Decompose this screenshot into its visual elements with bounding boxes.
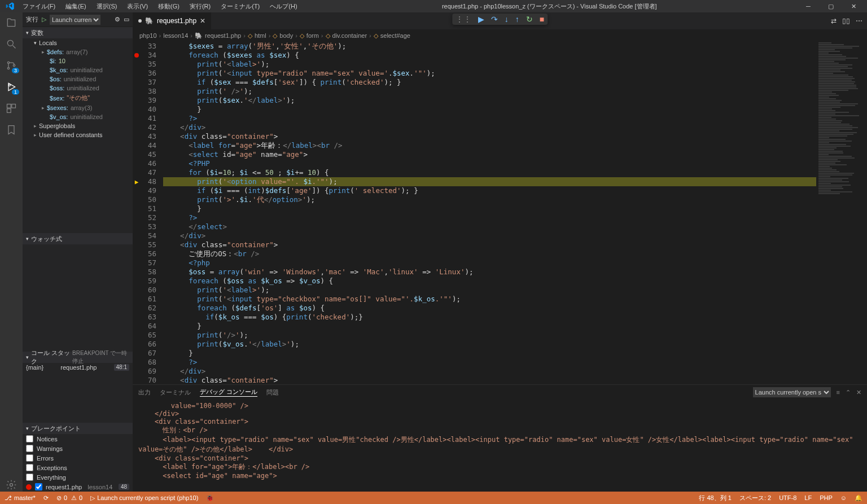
- menu-help[interactable]: ヘルプ(H): [265, 1, 301, 12]
- compare-icon[interactable]: ⇄: [831, 17, 837, 25]
- stop-icon[interactable]: ■: [540, 15, 544, 24]
- debug-toolbar: ⋮⋮ ▶ ↷ ↓ ↑ ↻ ■: [452, 14, 548, 25]
- svg-point-2: [7, 62, 9, 63]
- branch-status[interactable]: ⎇ master*: [5, 494, 36, 502]
- search-icon[interactable]: [5, 37, 18, 51]
- menu-go[interactable]: 移動(G): [154, 1, 184, 12]
- userconst-node[interactable]: ▸User defined constants: [23, 130, 133, 139]
- more-icon[interactable]: ⋯: [856, 17, 862, 25]
- debug-indicator-icon[interactable]: 🐞: [206, 494, 214, 502]
- svg-point-10: [10, 484, 13, 487]
- cursor-position[interactable]: 行 48、列 1: [699, 494, 731, 502]
- panel-launcher-select[interactable]: Launch currently open s: [753, 387, 831, 397]
- code-editor[interactable]: ▶ 33343536373839404142434445464748495051…: [133, 42, 867, 384]
- scm-icon[interactable]: 3: [5, 59, 18, 72]
- bp-notices[interactable]: Notices: [23, 434, 133, 444]
- line-number-gutter: 3334353637383940414243444546474849505152…: [141, 42, 163, 384]
- problems-status[interactable]: ⊘ 0 ⚠ 0: [56, 494, 82, 502]
- callstack-frame[interactable]: {main} request1.php 48:1: [23, 363, 133, 372]
- explorer-icon[interactable]: [5, 16, 18, 29]
- breadcrumbs[interactable]: php10› lesson14› 🐘request1.php› ◇html› ◇…: [133, 29, 867, 42]
- code-content[interactable]: $sexes = array('男性','女性','その他'); foreach…: [163, 42, 816, 384]
- notifications-icon[interactable]: 🔔: [855, 494, 862, 502]
- bookmark-icon[interactable]: [5, 123, 18, 137]
- tab-label: request1.php: [157, 17, 196, 25]
- var-v-os[interactable]: $v_os: uninitialized: [23, 112, 133, 121]
- restart-icon[interactable]: ↻: [526, 15, 533, 24]
- svg-line-1: [13, 46, 16, 49]
- bp-errors[interactable]: Errors: [23, 453, 133, 463]
- menu-selection[interactable]: 選択(S): [92, 1, 122, 12]
- debug-status[interactable]: ▷ Launch currently open script (php10): [90, 494, 198, 502]
- menu-edit[interactable]: 編集(E): [61, 1, 91, 12]
- menu-view[interactable]: 表示(V): [122, 1, 152, 12]
- breakpoint-gutter[interactable]: ▶: [133, 42, 141, 384]
- minimize-icon[interactable]: ─: [797, 0, 820, 12]
- callstack-header[interactable]: ▾コール スタックBREAKPOINT で一時停止: [23, 352, 133, 363]
- start-debug-icon[interactable]: ▷: [42, 16, 46, 23]
- svg-rect-9: [7, 109, 11, 113]
- step-over-icon[interactable]: ↷: [491, 15, 498, 24]
- var-oss[interactable]: $oss: uninitialized: [23, 84, 133, 93]
- panel-tab-output[interactable]: 出力: [138, 388, 151, 397]
- step-into-icon[interactable]: ↓: [505, 15, 509, 24]
- breakpoints-header[interactable]: ▾ブレークポイント: [23, 423, 133, 434]
- close-icon[interactable]: ✕: [842, 0, 865, 12]
- minimap[interactable]: [816, 42, 867, 384]
- close-tab-icon[interactable]: ✕: [200, 17, 205, 25]
- settings-icon[interactable]: [5, 478, 18, 492]
- language-status[interactable]: PHP: [820, 494, 833, 502]
- bp-warnings[interactable]: Warnings: [23, 444, 133, 453]
- maximize-icon[interactable]: ▢: [820, 0, 842, 12]
- svg-point-6: [8, 84, 10, 86]
- panel-tabs: 出力 ターミナル デバッグ コンソール 問題 Launch currently …: [133, 385, 867, 400]
- panel-close-icon[interactable]: ✕: [856, 389, 861, 396]
- drag-handle-icon[interactable]: ⋮⋮: [456, 15, 471, 24]
- locals-node[interactable]: ▾Locals: [23, 38, 133, 47]
- var-defs[interactable]: ▸$defs: array(7): [23, 47, 133, 56]
- title-bar: ファイル(F) 編集(E) 選択(S) 表示(V) 移動(G) 実行(R) ター…: [0, 0, 867, 12]
- svg-rect-8: [12, 104, 16, 108]
- bp-file[interactable]: request1.phplesson1448: [23, 482, 133, 492]
- tab-request1[interactable]: 🐘 request1.php ✕: [133, 12, 212, 29]
- svg-rect-7: [7, 104, 11, 108]
- menu-terminal[interactable]: ターミナル(T): [216, 1, 264, 12]
- panel-tab-debug-console[interactable]: デバッグ コンソール: [200, 388, 257, 397]
- eol-status[interactable]: LF: [804, 494, 812, 502]
- debug-icon[interactable]: 1: [5, 80, 18, 94]
- indent-status[interactable]: スペース: 2: [739, 494, 771, 502]
- svg-point-3: [7, 67, 9, 69]
- superglobals-node[interactable]: ▸Superglobals: [23, 121, 133, 130]
- clear-icon[interactable]: ⌃: [846, 389, 851, 396]
- filter-icon[interactable]: ≡: [837, 389, 840, 396]
- bp-everything[interactable]: Everything: [23, 472, 133, 482]
- panel-tab-terminal[interactable]: ターミナル: [160, 388, 191, 397]
- continue-icon[interactable]: ▶: [478, 15, 484, 24]
- step-out-icon[interactable]: ↑: [515, 15, 519, 24]
- var-k-os[interactable]: $k_os: uninitialized: [23, 65, 133, 74]
- watch-header[interactable]: ▾ウォッチ式: [23, 233, 133, 244]
- debug-console-output[interactable]: value="100-0000" /> </div> <div class="c…: [133, 400, 867, 492]
- encoding-status[interactable]: UTF-8: [779, 494, 796, 502]
- panel-tab-problems[interactable]: 問題: [266, 388, 279, 397]
- var-sexes[interactable]: ▸$sexes: array(3): [23, 103, 133, 112]
- variables-header[interactable]: ▾変数: [23, 27, 133, 38]
- sync-status[interactable]: ⟳: [43, 494, 49, 502]
- menu-file[interactable]: ファイル(F): [18, 1, 60, 12]
- debug-views-icon[interactable]: ▭: [124, 16, 129, 23]
- bp-exceptions[interactable]: Exceptions: [23, 463, 133, 472]
- split-icon[interactable]: ▯▯: [842, 17, 850, 25]
- var-os[interactable]: $os: uninitialized: [23, 74, 133, 84]
- window-controls: ─ ▢ ✕: [797, 0, 865, 12]
- debug-run-bar: 実行 ▷ Launch currently o ⚙ ▭: [23, 12, 133, 27]
- gear-icon[interactable]: ⚙: [115, 16, 120, 23]
- debug-config-select[interactable]: Launch currently o: [50, 15, 100, 25]
- svg-point-4: [13, 64, 15, 66]
- feedback-icon[interactable]: ☺: [840, 494, 847, 502]
- extensions-icon[interactable]: [5, 102, 18, 115]
- menu-run[interactable]: 実行(R): [185, 1, 215, 12]
- menu-bar: ファイル(F) 編集(E) 選択(S) 表示(V) 移動(G) 実行(R) ター…: [18, 1, 302, 12]
- var-i[interactable]: $i: 10: [23, 56, 133, 65]
- var-sex[interactable]: $sex: "その他": [23, 93, 133, 103]
- window-title: request1.php - php10lesson_z (ワークスペース) -…: [302, 2, 797, 11]
